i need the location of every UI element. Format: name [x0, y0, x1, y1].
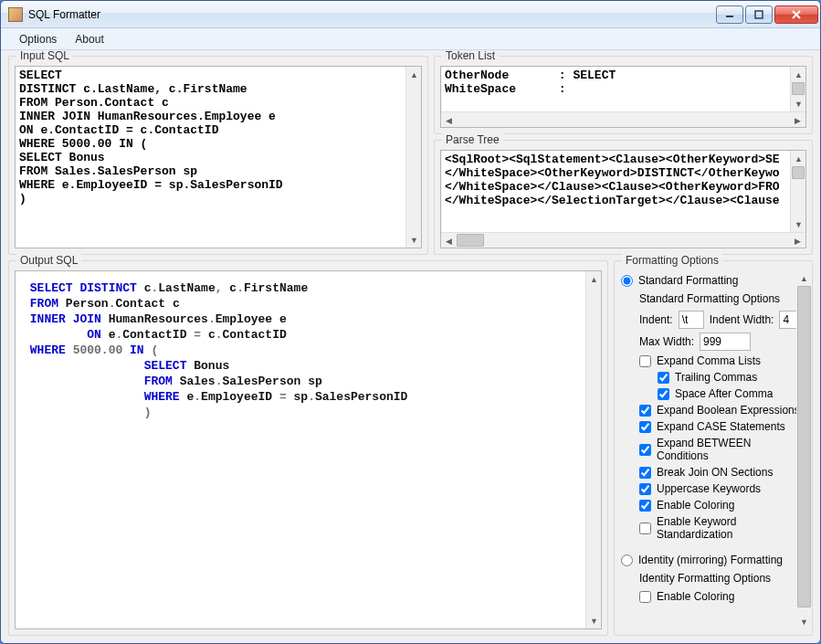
maximize-icon [753, 10, 764, 19]
output-sql-text[interactable]: SELECT DISTINCT c.LastName, c.FirstName … [16, 271, 585, 628]
trailing-commas-row[interactable]: Trailing Commas [658, 369, 805, 385]
input-sql-group: Input SQL ▲ ▼ [8, 56, 428, 255]
identity-formatting-label: Identity (mirroring) Formatting [638, 554, 783, 566]
token-list-text[interactable]: OtherNode : SELECT WhiteSpace : [441, 67, 790, 111]
input-sql-scrollbar-v[interactable]: ▲ ▼ [405, 67, 421, 248]
close-button[interactable] [774, 5, 818, 24]
expand-comma-lists-label: Expand Comma Lists [657, 354, 761, 367]
identity-enable-coloring-label: Enable Coloring [657, 590, 734, 603]
identity-enable-coloring-row[interactable]: Enable Coloring [639, 588, 805, 605]
break-join-on-checkbox[interactable] [639, 467, 651, 479]
input-sql-textarea-wrap: ▲ ▼ [15, 66, 422, 248]
expand-case-label: Expand CASE Statements [657, 420, 785, 433]
token-list-scrollbar-v[interactable]: ▲ ▼ [790, 67, 805, 111]
parse-tree-text[interactable]: <SqlRoot><SqlStatement><Clause><OtherKey… [441, 151, 790, 232]
svg-rect-1 [755, 11, 763, 18]
standard-formatting-label: Standard Formatting [638, 274, 738, 287]
titlebar[interactable]: SQL Formatter [1, 1, 820, 28]
output-sql-label: Output SQL [16, 254, 81, 267]
output-sql-group: Output SQL SELECT DISTINCT c.LastName, c… [8, 260, 608, 636]
identity-formatting-radio-row[interactable]: Identity (mirroring) Formatting [621, 552, 805, 568]
enable-coloring-label: Enable Coloring [657, 499, 734, 512]
scroll-left-icon[interactable]: ◀ [441, 112, 457, 128]
expand-boolean-checkbox[interactable] [639, 405, 651, 417]
expand-between-label: Expand BETWEEN Conditions [657, 437, 805, 462]
close-icon [791, 10, 802, 19]
uppercase-keywords-row[interactable]: Uppercase Keywords [639, 480, 805, 497]
identity-options-heading: Identity Formatting Options [639, 570, 805, 588]
menu-about[interactable]: About [66, 30, 112, 48]
minimize-button[interactable] [716, 5, 743, 24]
app-icon [8, 7, 23, 22]
expand-between-row[interactable]: Expand BETWEEN Conditions [639, 435, 805, 464]
input-sql-label: Input SQL [16, 50, 73, 62]
enable-coloring-checkbox[interactable] [639, 500, 651, 512]
scroll-up-icon[interactable]: ▲ [406, 67, 422, 82]
expand-between-checkbox[interactable] [639, 444, 651, 456]
max-width-label: Max Width: [639, 335, 694, 348]
space-after-comma-label: Space After Comma [675, 387, 773, 400]
scroll-down-icon[interactable]: ▼ [791, 216, 805, 232]
space-after-comma-checkbox[interactable] [658, 388, 669, 400]
trailing-commas-checkbox[interactable] [658, 372, 669, 384]
max-width-input[interactable] [700, 333, 751, 351]
scroll-down-icon[interactable]: ▼ [791, 96, 805, 111]
fmt-options-scrollbar-v[interactable]: ▲ ▼ [796, 270, 812, 629]
output-sql-wrap: SELECT DISTINCT c.LastName, c.FirstName … [15, 270, 602, 629]
trailing-commas-label: Trailing Commas [675, 371, 757, 384]
indent-label: Indent: [639, 313, 673, 326]
output-sql-scrollbar-v[interactable]: ▲ ▼ [585, 271, 601, 628]
enable-kw-std-label: Enable Keyword Standardization [657, 515, 805, 541]
break-join-on-label: Break Join ON Sections [657, 466, 773, 479]
uppercase-keywords-label: Uppercase Keywords [657, 482, 761, 495]
token-list-label: Token List [442, 50, 499, 62]
menubar: Options About [1, 28, 820, 50]
standard-formatting-radio[interactable] [621, 275, 633, 287]
scroll-up-icon[interactable]: ▲ [791, 67, 805, 82]
formatting-options-label: Formatting Options [622, 254, 722, 267]
scroll-up-icon[interactable]: ▲ [586, 271, 602, 287]
parse-tree-label: Parse Tree [442, 133, 503, 146]
identity-enable-coloring-checkbox[interactable] [639, 591, 651, 603]
token-list-group: Token List OtherNode : SELECT WhiteSpace… [434, 56, 813, 134]
parse-tree-group: Parse Tree <SqlRoot><SqlStatement><Claus… [434, 140, 813, 255]
expand-comma-lists-checkbox[interactable] [639, 355, 651, 367]
expand-boolean-label: Expand Boolean Expressions [657, 404, 800, 417]
scroll-left-icon[interactable]: ◀ [441, 233, 457, 248]
break-join-on-row[interactable]: Break Join ON Sections [639, 464, 805, 480]
maximize-button[interactable] [745, 5, 773, 24]
parse-tree-scrollbar-h[interactable]: ◀ ▶ [441, 232, 805, 248]
std-options-heading: Standard Formatting Options [639, 290, 805, 309]
scroll-up-icon[interactable]: ▲ [791, 151, 805, 166]
menu-options[interactable]: Options [10, 30, 66, 48]
scroll-right-icon[interactable]: ▶ [790, 233, 805, 248]
window-title: SQL Formatter [28, 8, 714, 21]
token-list-wrap: OtherNode : SELECT WhiteSpace : ▲ ▼ ◀ ▶ [440, 66, 806, 128]
client-area: Input SQL ▲ ▼ Token List OtherNode : SEL… [1, 50, 820, 643]
indent-width-label: Indent Width: [710, 313, 774, 326]
indent-input[interactable] [679, 311, 704, 329]
enable-kw-std-checkbox[interactable] [639, 523, 651, 534]
minimize-icon [724, 10, 735, 19]
formatting-options-group: Formatting Options Standard Formatting S… [614, 260, 813, 636]
expand-case-row[interactable]: Expand CASE Statements [639, 418, 805, 435]
parse-tree-scrollbar-v[interactable]: ▲ ▼ [790, 151, 805, 232]
standard-formatting-radio-row[interactable]: Standard Formatting [621, 272, 805, 289]
enable-kw-std-row[interactable]: Enable Keyword Standardization [639, 513, 805, 543]
scroll-down-icon[interactable]: ▼ [586, 613, 602, 628]
expand-case-checkbox[interactable] [639, 421, 651, 433]
token-list-scrollbar-h[interactable]: ◀ ▶ [441, 111, 805, 127]
expand-comma-lists-row[interactable]: Expand Comma Lists [639, 353, 805, 369]
input-sql-textarea[interactable] [16, 67, 405, 248]
scroll-down-icon[interactable]: ▼ [796, 614, 812, 629]
parse-tree-wrap: <SqlRoot><SqlStatement><Clause><OtherKey… [440, 150, 806, 248]
identity-formatting-radio[interactable] [621, 554, 633, 566]
scroll-down-icon[interactable]: ▼ [406, 232, 422, 248]
space-after-comma-row[interactable]: Space After Comma [658, 385, 805, 402]
app-window: SQL Formatter Options About Input SQL ▲ [0, 0, 821, 644]
enable-coloring-row[interactable]: Enable Coloring [639, 497, 805, 513]
scroll-up-icon[interactable]: ▲ [796, 270, 812, 286]
scroll-right-icon[interactable]: ▶ [790, 112, 805, 128]
uppercase-keywords-checkbox[interactable] [639, 483, 651, 495]
expand-boolean-row[interactable]: Expand Boolean Expressions [639, 402, 805, 418]
